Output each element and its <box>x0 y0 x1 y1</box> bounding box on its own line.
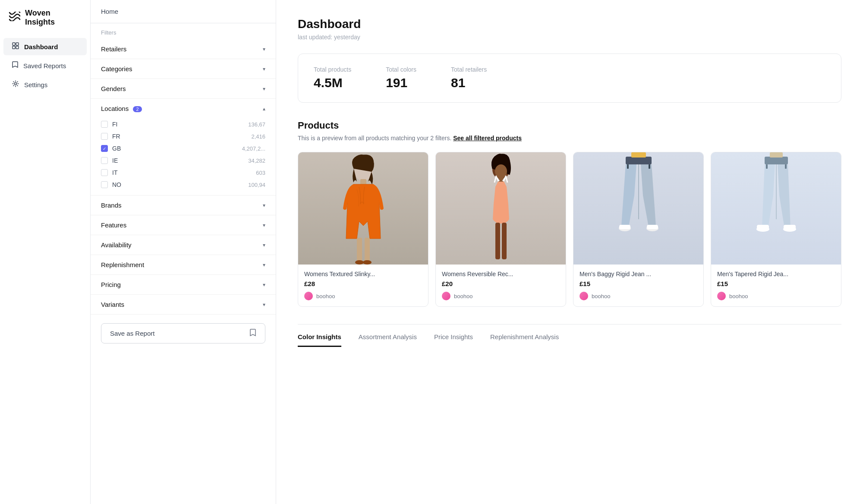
list-item[interactable]: IE 34,282 <box>101 154 265 167</box>
location-ie-checkbox[interactable] <box>101 157 108 164</box>
brand-name: boohoo <box>592 293 610 299</box>
location-it-checkbox[interactable] <box>101 169 108 176</box>
product-brand: boohoo <box>580 292 697 300</box>
products-title: Products <box>298 120 841 131</box>
product-card[interactable]: Men's Baggy Rigid Jean ... £15 boohoo <box>573 152 704 307</box>
svg-rect-1 <box>16 43 19 45</box>
filter-section-availability: Availability ▾ <box>91 235 276 255</box>
location-gb-checkbox[interactable] <box>101 145 108 152</box>
main-content: Dashboard last updated: yesterday Total … <box>276 0 863 504</box>
logo: Woven Insights <box>0 9 90 37</box>
chevron-down-icon: ▾ <box>263 262 265 268</box>
filter-genders-header[interactable]: Genders ▾ <box>91 79 276 98</box>
tab-assortment-analysis[interactable]: Assortment Analysis <box>359 333 417 347</box>
chevron-down-icon: ▾ <box>263 86 265 92</box>
filter-features-header[interactable]: Features ▾ <box>91 215 276 235</box>
product-info: Womens Reversible Rec... £20 boohoo <box>436 265 566 306</box>
product-card[interactable]: Womens Reversible Rec... £20 boohoo <box>435 152 566 307</box>
sidebar: Woven Insights Dashboard Saved Reports <box>0 0 91 504</box>
total-retailers-value: 81 <box>451 76 487 90</box>
brand-logo <box>442 292 450 300</box>
svg-rect-3 <box>16 46 19 49</box>
gear-icon <box>12 80 19 89</box>
svg-rect-8 <box>365 238 370 261</box>
chevron-up-icon: ▴ <box>263 106 265 112</box>
filter-section-pricing: Pricing ▾ <box>91 275 276 295</box>
grid-icon <box>12 42 19 51</box>
dashboard-nav-label: Dashboard <box>24 43 58 50</box>
svg-point-10 <box>363 260 372 265</box>
svg-rect-35 <box>770 152 783 158</box>
bookmark-save-icon <box>249 329 256 338</box>
filter-section-variants: Variants ▾ <box>91 295 276 315</box>
location-fi-checkbox[interactable] <box>101 121 108 128</box>
settings-nav-label: Settings <box>24 81 47 88</box>
product-brand: boohoo <box>304 292 422 300</box>
tab-replenishment-analysis[interactable]: Replenishment Analysis <box>490 333 559 347</box>
stat-total-retailers: Total retailers 81 <box>451 66 487 90</box>
products-section: Products This is a preview from all prod… <box>298 120 841 347</box>
chevron-down-icon: ▾ <box>263 222 265 228</box>
products-grid: Womens Textured Slinky... £28 boohoo <box>298 152 841 307</box>
filter-locations-header[interactable]: Locations 2 ▴ <box>91 99 276 118</box>
product-card[interactable]: Womens Textured Slinky... £28 boohoo <box>298 152 428 307</box>
filter-retailers-header[interactable]: Retailers ▾ <box>91 39 276 59</box>
filter-categories-header[interactable]: Categories ▾ <box>91 59 276 79</box>
list-item[interactable]: FI 136,67 <box>101 118 265 130</box>
chevron-down-icon: ▾ <box>263 302 265 308</box>
filter-section-brands: Brands ▾ <box>91 195 276 215</box>
total-products-label: Total products <box>314 66 351 73</box>
filter-variants-header[interactable]: Variants ▾ <box>91 295 276 314</box>
sidebar-item-settings[interactable]: Settings <box>3 76 87 93</box>
tab-color-insights[interactable]: Color Insights <box>298 333 341 347</box>
svg-rect-17 <box>502 223 507 259</box>
svg-point-34 <box>783 227 796 232</box>
stat-total-products: Total products 4.5M <box>314 66 351 90</box>
logo-icon <box>9 12 21 24</box>
product-image <box>711 152 841 265</box>
brand-logo <box>717 292 726 300</box>
brand-name: boohoo <box>316 293 335 299</box>
filter-pricing-header[interactable]: Pricing ▾ <box>91 275 276 294</box>
products-subtitle: This is a preview from all products matc… <box>298 135 841 142</box>
brand-logo <box>580 292 588 300</box>
svg-point-32 <box>756 227 769 232</box>
sidebar-item-dashboard[interactable]: Dashboard <box>3 38 87 55</box>
svg-rect-25 <box>647 225 658 229</box>
tab-price-insights[interactable]: Price Insights <box>434 333 473 347</box>
stats-card: Total products 4.5M Total colors 191 Tot… <box>298 54 841 103</box>
chevron-down-icon: ▾ <box>263 66 265 72</box>
list-item[interactable]: NO 100,94 <box>101 179 265 191</box>
location-no-checkbox[interactable] <box>101 181 108 188</box>
filter-section-genders: Genders ▾ <box>91 79 276 99</box>
save-as-report-button[interactable]: Save as Report <box>101 323 265 343</box>
locations-count-badge: 2 <box>133 106 142 112</box>
last-updated-text: last updated: yesterday <box>298 34 841 41</box>
sidebar-item-saved-reports[interactable]: Saved Reports <box>3 57 87 74</box>
filter-availability-header[interactable]: Availability ▾ <box>91 235 276 255</box>
filter-brands-header[interactable]: Brands ▾ <box>91 195 276 215</box>
product-price: £15 <box>580 280 697 287</box>
home-tab[interactable]: Home <box>91 0 276 23</box>
product-price: £15 <box>717 280 835 287</box>
product-card[interactable]: Men's Tapered Rigid Jea... £15 boohoo <box>711 152 841 307</box>
product-name: Womens Reversible Rec... <box>442 271 560 277</box>
svg-rect-30 <box>785 164 787 169</box>
svg-point-9 <box>355 260 364 265</box>
list-item[interactable]: IT 603 <box>101 167 265 179</box>
list-item[interactable]: FR 2,416 <box>101 130 265 142</box>
chevron-down-icon: ▾ <box>263 242 265 248</box>
svg-rect-21 <box>649 164 650 169</box>
svg-rect-18 <box>626 157 652 164</box>
filter-panel: Home Filters Retailers ▾ Categories ▾ Ge… <box>91 0 276 504</box>
location-fr-checkbox[interactable] <box>101 133 108 140</box>
product-image <box>573 152 703 265</box>
tabs-section: Color Insights Assortment Analysis Price… <box>298 324 841 347</box>
see-all-filtered-link[interactable]: See all filtered products <box>453 135 522 142</box>
brand-name: boohoo <box>729 293 748 299</box>
list-item[interactable]: GB 4,207,2... <box>101 142 265 154</box>
tabs: Color Insights Assortment Analysis Price… <box>298 333 841 347</box>
filter-replenishment-header[interactable]: Replenishment ▾ <box>91 255 276 274</box>
filter-section-categories: Categories ▾ <box>91 59 276 79</box>
filter-section-retailers: Retailers ▾ <box>91 39 276 59</box>
